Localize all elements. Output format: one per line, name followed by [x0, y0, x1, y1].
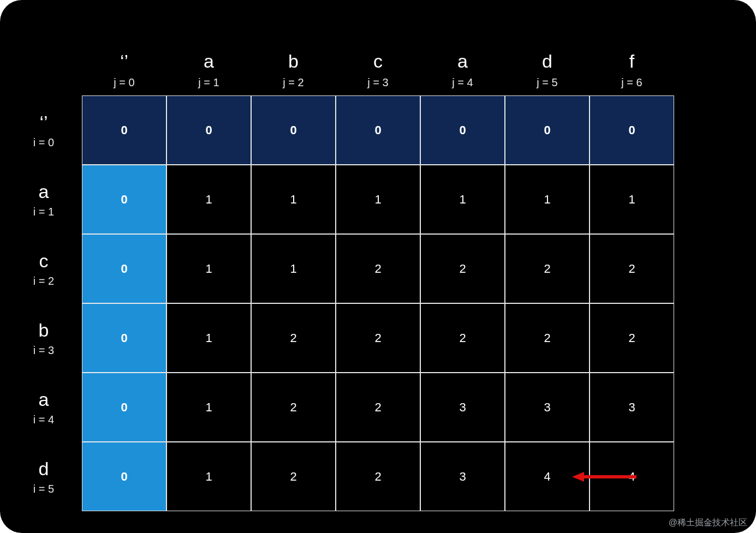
- dp-cell: 2: [336, 303, 420, 373]
- dp-cell: 0: [251, 95, 336, 165]
- row-header-index: i = 0: [33, 136, 54, 149]
- col-header-index: j = 2: [283, 76, 303, 89]
- row-header: ci = 2: [5, 234, 82, 303]
- row-header-char: a: [39, 181, 49, 202]
- dp-cell: 2: [251, 303, 336, 373]
- corner-blank: [5, 30, 82, 95]
- row-header-char: a: [39, 389, 49, 410]
- dp-cell: 1: [505, 165, 590, 234]
- diagram-canvas: ‘’j = 0aj = 1bj = 2cj = 3aj = 4dj = 5fj …: [0, 0, 756, 533]
- dp-table: ‘’j = 0aj = 1bj = 2cj = 3aj = 4dj = 5fj …: [5, 30, 674, 511]
- col-header: ‘’j = 0: [82, 30, 166, 95]
- row-header-index: i = 3: [33, 344, 54, 357]
- row-header-index: i = 4: [33, 414, 54, 426]
- col-header: aj = 1: [166, 30, 251, 95]
- row-header-char: ‘’: [39, 112, 47, 133]
- row-header-char: b: [39, 320, 49, 341]
- dp-cell: 4: [590, 442, 674, 511]
- dp-cell: 2: [505, 303, 590, 373]
- row-header-index: i = 1: [33, 206, 54, 218]
- col-header-index: j = 5: [537, 76, 557, 89]
- dp-cell: 3: [590, 373, 674, 442]
- dp-cell: 2: [420, 303, 505, 373]
- row-header: ‘’i = 0: [5, 95, 82, 165]
- col-header-char: a: [204, 51, 214, 72]
- dp-cell: 0: [336, 95, 420, 165]
- dp-cell: 0: [420, 95, 505, 165]
- dp-cell: 0: [82, 234, 166, 303]
- dp-cell: 3: [505, 373, 590, 442]
- row-header-index: i = 2: [33, 275, 54, 288]
- col-header-index: j = 0: [114, 76, 134, 89]
- watermark-text: @稀土掘金技术社区: [669, 517, 747, 529]
- dp-cell: 0: [82, 373, 166, 442]
- dp-cell: 2: [251, 373, 336, 442]
- dp-cell: 0: [82, 165, 166, 234]
- dp-cell: 1: [166, 303, 251, 373]
- col-header: aj = 4: [420, 30, 505, 95]
- dp-cell: 0: [590, 95, 674, 165]
- dp-cell: 2: [251, 442, 336, 511]
- dp-cell: 1: [166, 442, 251, 511]
- dp-cell: 2: [590, 303, 674, 373]
- dp-cell: 2: [336, 234, 420, 303]
- col-header-char: d: [542, 51, 552, 72]
- dp-cell: 2: [420, 234, 505, 303]
- dp-cell: 1: [166, 234, 251, 303]
- dp-cell: 1: [336, 165, 420, 234]
- col-header: bj = 2: [251, 30, 336, 95]
- row-header-char: d: [39, 458, 49, 480]
- col-header-index: j = 4: [452, 76, 473, 89]
- row-header: ai = 1: [5, 165, 82, 234]
- col-header-index: j = 6: [621, 76, 642, 89]
- col-header-char: f: [629, 51, 634, 72]
- dp-cell: 2: [590, 234, 674, 303]
- dp-cell: 1: [166, 165, 251, 234]
- dp-cell: 1: [251, 165, 336, 234]
- dp-cell: 0: [82, 303, 166, 373]
- row-header-char: c: [39, 250, 49, 272]
- dp-cell: 1: [166, 373, 251, 442]
- col-header: fj = 6: [590, 30, 674, 95]
- row-header-index: i = 5: [33, 483, 54, 495]
- row-header: bi = 3: [5, 303, 82, 373]
- col-header-char: ‘’: [120, 51, 128, 72]
- dp-cell: 0: [82, 95, 166, 165]
- col-header: dj = 5: [505, 30, 590, 95]
- row-header: ai = 4: [5, 373, 82, 442]
- col-header-index: j = 1: [198, 76, 219, 89]
- dp-cell: 2: [336, 373, 420, 442]
- col-header: cj = 3: [336, 30, 420, 95]
- dp-cell: 2: [336, 442, 420, 511]
- col-header-char: b: [288, 51, 299, 72]
- dp-cell: 3: [420, 442, 505, 511]
- dp-cell: 1: [251, 234, 336, 303]
- dp-cell: 0: [166, 95, 251, 165]
- col-header-char: c: [373, 51, 383, 72]
- dp-cell: 3: [420, 373, 505, 442]
- col-header-char: a: [457, 51, 468, 72]
- dp-cell: 0: [505, 95, 590, 165]
- dp-cell: 1: [420, 165, 505, 234]
- dp-cell: 1: [590, 165, 674, 234]
- dp-cell: 4: [505, 442, 590, 511]
- dp-cell: 0: [82, 442, 166, 511]
- dp-cell: 2: [505, 234, 590, 303]
- col-header-index: j = 3: [367, 76, 388, 89]
- row-header: di = 5: [5, 442, 82, 511]
